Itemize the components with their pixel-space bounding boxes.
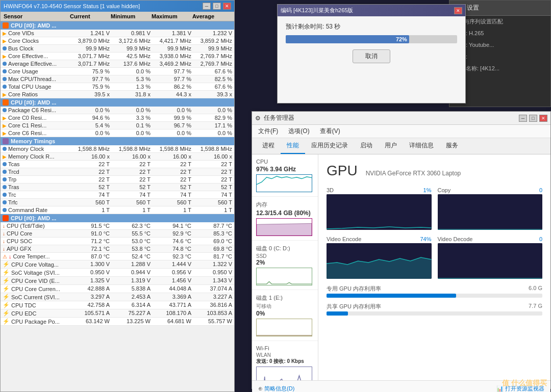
circle-icon: [3, 85, 7, 89]
gpu-vram-dedicated-fill: [327, 294, 456, 298]
perf-cpu-value: 97% 3.94 GHz: [256, 166, 314, 173]
row-pkg-c6: Package C6 Resi... 0.0 % 0.0 % 0.0 % 0.0…: [1, 107, 234, 114]
row-bus-clock: Bus Clock 99.9 MHz 99.9 MHz 99.9 MHz 99.…: [1, 45, 234, 53]
col-current: Current: [69, 13, 110, 20]
hwinfo-close-button[interactable]: ✕: [223, 3, 231, 10]
row-trfc: Trfc 560 T 560 T 560 T 560 T: [1, 199, 234, 206]
circle-icon: [3, 170, 7, 174]
row-tras: Tras 52 T 52 T 52 T 52 T: [1, 184, 234, 191]
encoder-close-button[interactable]: ✕: [454, 7, 462, 14]
row-mem-clock-r: ▶ Memory Clock R... 16.00 x 16.00 x 16.0…: [1, 153, 234, 161]
arrow-icon: ▶: [3, 54, 7, 59]
perf-disk1-label: 磁盘 1 (E:): [256, 294, 314, 302]
perf-mem-chart: [256, 218, 312, 236]
menu-view[interactable]: 查看(V): [318, 126, 342, 137]
hwinfo-minimize-button[interactable]: ─: [203, 3, 211, 10]
performance-sidebar: CPU 97% 3.94 GHz 内存 12.3/15.4 GB (80%): [252, 154, 318, 380]
row-cpu-pkg-power: ⚡ CPU Package Po... 63.142 W 13.225 W 64…: [1, 318, 234, 326]
tm-minimize-button[interactable]: ─: [519, 115, 527, 122]
section-cpu0b-label: CPU [#0]: AMD ...: [11, 99, 56, 106]
row-max-cpu-thread: Max CPU/Thread... 97.7 % 5.3 % 97.7 % 82…: [1, 75, 234, 83]
bolt-icon: ⚡: [3, 294, 10, 300]
section-cpu0c: CPU [#0]: AMD ...: [1, 214, 234, 222]
tab-process[interactable]: 进程: [256, 138, 281, 154]
encoder-window-controls: ✕: [454, 7, 462, 14]
gpu-vram-dedicated-size: 6.0 G: [529, 285, 542, 291]
arrow-icon: ▶: [3, 154, 7, 160]
perf-item-memory[interactable]: 内存 12.3/15.4 GB (80%): [252, 197, 318, 241]
tab-users[interactable]: 用户: [379, 138, 403, 154]
gpu-subtitle: NVIDIA GeForce RTX 3060 Laptop: [366, 170, 461, 177]
col-sensor: Sensor: [3, 13, 69, 20]
tm-close-button[interactable]: ✕: [539, 115, 547, 122]
simplified-info-link[interactable]: 简略信息(D): [264, 385, 294, 391]
hwinfo-table-body: CPU [#0]: AMD ... ▶ Core VIDs 1.241 V 0.…: [1, 21, 234, 391]
circle-icon: [3, 193, 7, 197]
circle-icon: [3, 77, 7, 81]
perf-item-disk1[interactable]: 磁盘 1 (E:) 可移动 0%: [252, 290, 318, 341]
row-cpu-core-current: ⚡ CPU Core Curren... 42.888 A 5.838 A 44…: [1, 285, 234, 293]
gpu-copy-label: Copy: [438, 187, 451, 193]
tm-restore-button[interactable]: □: [529, 115, 537, 122]
perf-disk0-label: 磁盘 0 (C: D:): [256, 245, 314, 252]
perf-wifi-value: 发送: 0 接收: 0 Kbps: [256, 358, 314, 365]
arrow-icon: ▶: [3, 123, 7, 128]
svg-marker-0: [257, 223, 312, 236]
row-total-cpu-usage: Total CPU Usage 75.9 % 1.3 % 86.2 % 67.6…: [1, 83, 234, 91]
row-core-vids: ▶ Core VIDs 1.241 V 0.981 V 1.381 V 1.23…: [1, 30, 234, 37]
circle-icon: [3, 46, 7, 50]
gpu-metric-decode: Video Decode 0: [438, 236, 543, 279]
bolt-icon: ⚡: [3, 285, 10, 292]
menu-file[interactable]: 文件(F): [256, 126, 280, 137]
gpu-metric-copy: Copy 0: [438, 187, 543, 230]
warning-icon: ⚠: [3, 254, 7, 259]
hwinfo-title: HWiNFO64 v7.10-4540 Sensor Status [1 val…: [4, 3, 140, 9]
gpu-3d-value: 1%: [423, 187, 432, 193]
perf-item-cpu[interactable]: CPU 97% 3.94 GHz: [252, 154, 318, 197]
perf-wifi-label: Wi-Fi: [256, 345, 314, 351]
gpu-title: GPU: [327, 163, 358, 179]
menu-options[interactable]: 选项(O): [286, 126, 311, 137]
section-memtimings: Memory Timings: [1, 137, 234, 145]
arrow-icon: ▶: [3, 38, 7, 44]
perf-item-disk0[interactable]: 磁盘 0 (C: D:) SSD 2%: [252, 241, 318, 290]
tab-startup[interactable]: 启动: [354, 138, 379, 154]
circle-icon: [3, 208, 7, 212]
gpu-vram-shared-fill: [327, 311, 348, 316]
hwinfo-window: HWiNFO64 v7.10-4540 Sensor Status [1 val…: [0, 0, 235, 392]
bolt-icon: ⚡: [3, 261, 10, 268]
thermo-icon: ↓: [3, 239, 5, 244]
circle-icon: [3, 62, 7, 66]
perf-mem-label: 内存: [256, 201, 314, 208]
gpu-3d-label: 3D: [327, 187, 334, 193]
cancel-button[interactable]: 取消: [353, 49, 390, 63]
tab-details[interactable]: 详细信息: [403, 138, 440, 154]
gpu-metric-encode: Video Encode 74%: [327, 236, 432, 279]
taskmanager-controls: ─ □ ✕: [519, 115, 547, 122]
tab-app-history[interactable]: 应用历史记录: [305, 138, 354, 154]
row-soc-voltage: ⚡ SoC Voltage (SVI... 0.950 V 0.944 V 0.…: [1, 269, 234, 277]
perf-wifi-chart: [256, 367, 312, 380]
encoder-cancel-row: 取消: [286, 49, 457, 63]
bolt-icon: ⚡: [3, 269, 10, 276]
row-core-effective: ▶ Core Effective... 3,071.7 MHz 42.5 MHz…: [1, 53, 234, 60]
hwinfo-restore-button[interactable]: □: [213, 3, 221, 10]
tab-performance[interactable]: 性能: [281, 138, 305, 154]
perf-item-wifi[interactable]: Wi-Fi WLAN 发送: 0 接收: 0 Kbps: [252, 341, 318, 380]
perf-disk1-type: 可移动: [256, 303, 314, 310]
circle-icon: [3, 162, 7, 166]
gpu-detail-panel: GPU NVIDIA GeForce RTX 3060 Laptop 3D 1%: [318, 154, 550, 380]
row-core-c1: ▶ Core C1 Resi... 5.4 % 0.1 % 96.7 % 17.…: [1, 122, 234, 129]
taskmanager-title-text: 任务管理器: [264, 114, 294, 122]
gpu-3d-chart: [327, 194, 432, 230]
simplified-icon: ⊕: [258, 385, 263, 391]
arrow-icon: ▶: [3, 130, 7, 136]
progress-text: 72%: [396, 36, 407, 42]
tab-services[interactable]: 服务: [440, 138, 464, 154]
row-core-c6: ▶ Core C6 Resi... 0.0 % 0.0 % 0.0 % 0.0 …: [1, 129, 234, 137]
gpu-memory-section: 专用 GPU 内存利用率 6.0 G: [327, 285, 542, 299]
row-avg-effective: Average Effective... 3,071.7 MHz 137.6 M…: [1, 60, 234, 68]
perf-mem-value: 12.3/15.4 GB (80%): [256, 210, 314, 217]
row-core-ratios: ▶ Core Ratios 39.5 x 31.8 x 44.3 x 39.3 …: [1, 91, 234, 98]
watermark: 值 什么值得买: [502, 379, 547, 388]
